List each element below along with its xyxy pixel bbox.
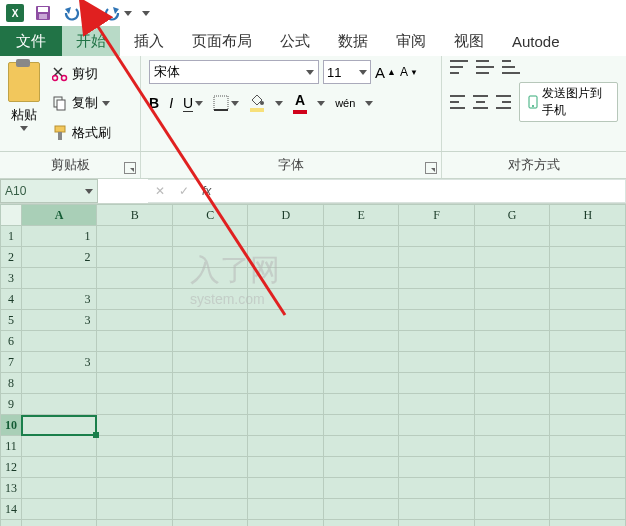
tab-autodesk[interactable]: Autode	[498, 26, 574, 56]
cell-G8[interactable]	[474, 373, 550, 394]
border-button[interactable]	[213, 95, 239, 111]
align-top-button[interactable]	[450, 60, 468, 74]
cell-A6[interactable]	[21, 331, 97, 352]
cell-D3[interactable]	[248, 268, 324, 289]
cell-C3[interactable]	[172, 268, 248, 289]
cell-C7[interactable]	[172, 352, 248, 373]
col-header-E[interactable]: E	[323, 205, 398, 226]
row-header-3[interactable]: 3	[1, 268, 22, 289]
copy-button[interactable]: 复制	[52, 94, 111, 112]
fill-handle[interactable]	[93, 432, 99, 438]
tab-view[interactable]: 视图	[440, 26, 498, 56]
fill-color-button[interactable]	[249, 94, 265, 112]
cell-D15[interactable]	[248, 520, 324, 527]
cell-B5[interactable]	[97, 310, 173, 331]
cell-F3[interactable]	[399, 268, 474, 289]
cell-B10[interactable]	[97, 415, 173, 436]
cell-G1[interactable]	[474, 226, 550, 247]
cell-F4[interactable]	[399, 289, 474, 310]
cell-E5[interactable]	[323, 310, 398, 331]
col-header-D[interactable]: D	[248, 205, 324, 226]
underline-more-icon[interactable]	[195, 101, 203, 106]
cell-C8[interactable]	[172, 373, 248, 394]
cell-H7[interactable]	[550, 352, 626, 373]
cell-H3[interactable]	[550, 268, 626, 289]
col-header-C[interactable]: C	[172, 205, 248, 226]
increase-font-button[interactable]: A▲	[375, 64, 396, 81]
clipboard-launcher[interactable]	[124, 162, 136, 174]
cell-D13[interactable]	[248, 478, 324, 499]
cell-H11[interactable]	[550, 436, 626, 457]
cell-H10[interactable]	[550, 415, 626, 436]
cell-H15[interactable]	[550, 520, 626, 527]
cell-A5[interactable]: 3	[21, 310, 97, 331]
cell-C2[interactable]	[172, 247, 248, 268]
cell-D2[interactable]	[248, 247, 324, 268]
cell-G13[interactable]	[474, 478, 550, 499]
fillcolor-more-icon[interactable]	[275, 101, 283, 106]
cell-H8[interactable]	[550, 373, 626, 394]
row-header-4[interactable]: 4	[1, 289, 22, 310]
send-to-phone-button[interactable]: 发送图片到手机	[519, 82, 618, 122]
cell-E13[interactable]	[323, 478, 398, 499]
cell-D8[interactable]	[248, 373, 324, 394]
cut-button[interactable]: 剪切	[52, 65, 111, 83]
cell-F2[interactable]	[399, 247, 474, 268]
tab-data[interactable]: 数据	[324, 26, 382, 56]
cell-B7[interactable]	[97, 352, 173, 373]
cell-H14[interactable]	[550, 499, 626, 520]
cell-D4[interactable]	[248, 289, 324, 310]
cell-A9[interactable]	[21, 394, 97, 415]
font-color-button[interactable]: A	[293, 92, 307, 114]
col-header-B[interactable]: B	[97, 205, 173, 226]
cell-C12[interactable]	[172, 457, 248, 478]
cell-H6[interactable]	[550, 331, 626, 352]
row-header-13[interactable]: 13	[1, 478, 22, 499]
font-size-select[interactable]: 11	[323, 60, 371, 84]
cell-A1[interactable]: 1	[21, 226, 97, 247]
border-more-icon[interactable]	[231, 101, 239, 106]
cell-G2[interactable]	[474, 247, 550, 268]
cell-D6[interactable]	[248, 331, 324, 352]
cell-C11[interactable]	[172, 436, 248, 457]
italic-button[interactable]: I	[169, 95, 173, 111]
row-header-7[interactable]: 7	[1, 352, 22, 373]
row-header-14[interactable]: 14	[1, 499, 22, 520]
row-header-2[interactable]: 2	[1, 247, 22, 268]
fx-icon[interactable]: fx	[196, 184, 217, 198]
cell-F7[interactable]	[399, 352, 474, 373]
cell-G14[interactable]	[474, 499, 550, 520]
cell-C15[interactable]	[172, 520, 248, 527]
cell-C1[interactable]	[172, 226, 248, 247]
cell-F6[interactable]	[399, 331, 474, 352]
cell-F1[interactable]	[399, 226, 474, 247]
cell-C4[interactable]	[172, 289, 248, 310]
cell-C14[interactable]	[172, 499, 248, 520]
cell-B3[interactable]	[97, 268, 173, 289]
cell-C6[interactable]	[172, 331, 248, 352]
cell-F10[interactable]	[399, 415, 474, 436]
cell-G7[interactable]	[474, 352, 550, 373]
phonetic-button[interactable]: wén	[335, 97, 355, 109]
cell-A3[interactable]	[21, 268, 97, 289]
cell-E1[interactable]	[323, 226, 398, 247]
cell-C13[interactable]	[172, 478, 248, 499]
tab-file[interactable]: 文件	[0, 26, 62, 56]
cell-E10[interactable]	[323, 415, 398, 436]
cell-B9[interactable]	[97, 394, 173, 415]
cell-B1[interactable]	[97, 226, 173, 247]
cell-F12[interactable]	[399, 457, 474, 478]
cell-G3[interactable]	[474, 268, 550, 289]
align-right-button[interactable]	[496, 95, 511, 109]
row-header-9[interactable]: 9	[1, 394, 22, 415]
cell-A12[interactable]	[21, 457, 97, 478]
cell-E12[interactable]	[323, 457, 398, 478]
align-bottom-button[interactable]	[502, 60, 520, 74]
cancel-formula-button[interactable]: ✕	[148, 184, 172, 198]
cell-H9[interactable]	[550, 394, 626, 415]
cell-F13[interactable]	[399, 478, 474, 499]
align-middle-button[interactable]	[476, 60, 494, 74]
font-name-select[interactable]: 宋体	[149, 60, 319, 84]
cell-F11[interactable]	[399, 436, 474, 457]
cell-B2[interactable]	[97, 247, 173, 268]
